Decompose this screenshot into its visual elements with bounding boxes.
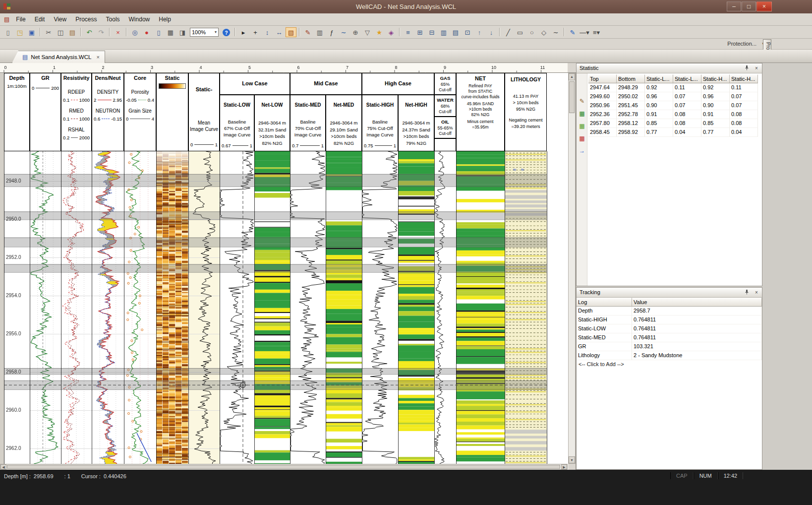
maximize-button[interactable]: □ [742,1,756,11]
scroll-right-icon[interactable]: ▶ [561,464,567,469]
group-header-high_case[interactable]: High Case [362,73,434,95]
tracking-row[interactable]: Depth2958.7 [577,307,762,316]
track-header-static-high[interactable]: Static-HIGHBasline75% Cut-OffImage Curve… [362,95,398,151]
statistic-row[interactable]: 2952.362952.780.910.080.910.08 [588,110,758,119]
column-header[interactable]: Static-H... [701,74,730,83]
print-preview-icon[interactable]: ◨ [177,27,188,37]
column-header[interactable]: Static-H... [730,74,758,83]
new-file-icon[interactable]: ▯ [2,27,13,37]
export-table-icon[interactable]: → [578,147,586,155]
draw-line-icon[interactable]: ╱ [503,27,514,37]
document-tab[interactable]: ▤ Net Sand Analysis.WCL × [12,51,105,63]
edit-annotation-icon[interactable]: ✎ [578,97,586,105]
tracking-row[interactable]: Static-MED0.764811 [577,333,762,342]
delete-table-icon[interactable]: ▦ [578,134,586,142]
minimize-button[interactable]: – [727,1,741,11]
pen-color-icon[interactable]: ✎ [567,27,578,37]
edit-log-icon[interactable]: ✎ [302,27,313,37]
protection-label[interactable]: Protection... [727,41,756,47]
draw-ellipse-icon[interactable]: ○ [526,27,537,37]
scroll-up-icon[interactable]: ▲ [569,73,575,80]
group-header-mid_case[interactable]: Mid Case [290,73,362,95]
copy-icon[interactable]: ◫ [55,27,66,37]
horizontal-scroll-thumb[interactable] [7,465,560,469]
align-left-icon[interactable]: ≡ [403,27,413,37]
track-header-net-high[interactable]: Net-HIGH2946-3064 m24.37m Sand>10cm beds… [398,95,434,151]
tracking-row[interactable]: Static-LOW0.764811 [577,324,762,333]
column-header[interactable]: Static-L... [645,74,673,83]
track-header-oil[interactable]: OIL55-65%Cut-off [434,117,456,138]
track-header-water[interactable]: WATER68%Cut-off [434,95,456,117]
menu-view[interactable]: View [49,14,71,25]
menu-file[interactable]: File [11,14,30,25]
find-icon[interactable]: ◎ [129,27,140,37]
remove-table-icon[interactable]: ⊟ [426,27,437,37]
line-style-icon[interactable]: —▾ [579,27,590,37]
track-header-static-med[interactable]: Static-MEDBasline70% Cut-OffImage Curve0… [290,95,326,151]
menu-process[interactable]: Process [71,14,101,25]
fill-style-icon[interactable]: ≡▾ [591,27,602,37]
print-icon[interactable]: ▦ [165,27,176,37]
help-icon[interactable]: ? [223,29,230,36]
document-icon[interactable]: ▯ [153,27,164,37]
close-button[interactable]: × [756,1,772,11]
draw-polygon-icon[interactable]: ◇ [538,27,549,37]
log-plot[interactable] [0,151,568,464]
statistic-row[interactable]: 2957.802958.120.850.080.850.08 [588,119,758,128]
track-header-resistivity[interactable]: ResistivityRDEEP0.11000RMED0.11000RSHAL0… [61,73,92,151]
draw-rectangle-icon[interactable]: ▭ [515,27,525,37]
column-header[interactable]: Value [632,298,762,307]
undo-icon[interactable]: ↶ [84,27,95,37]
vertical-scrollbar[interactable]: ▲ ▼ [568,73,576,464]
formula-icon[interactable]: ƒ [326,27,337,37]
favorites-icon[interactable]: ★ [374,27,385,37]
track-header-depth[interactable]: Depth1m:100m [4,73,30,151]
pointer-icon[interactable]: ▸ [238,27,249,37]
tracking-panel-header[interactable]: Tracking × [577,288,762,298]
track-header-densneut[interactable]: Dens/NeutDENSITY22.95NEUTRON0.6-0.15 [92,73,124,151]
tracking-row[interactable]: Static-HIGH0.764811 [577,316,762,324]
column-header[interactable]: Top [588,74,617,83]
add-log-row[interactable]: <-- Click to Add --> [577,360,762,369]
track-header-net-low[interactable]: Net-LOW2946-3064 m32.31m Sand>10cm beds8… [254,95,290,151]
save-file-icon[interactable]: ▣ [26,27,37,37]
statistic-row[interactable]: 2958.452958.920.770.040.770.04 [588,128,758,137]
chevron-down-icon[interactable]: ▾ [215,30,217,34]
tracking-row[interactable]: GR103.321 [577,342,762,351]
statistic-panel-header[interactable]: Statistic × [577,63,762,73]
union-icon[interactable]: ⊕ [350,27,361,37]
cut-icon[interactable]: ✂ [43,27,54,37]
paste-icon[interactable]: ▤ [67,27,78,37]
annotate-icon[interactable]: ● [141,27,152,37]
column-header[interactable]: Static-L... [673,74,701,83]
rows-icon[interactable]: ▤ [450,27,461,37]
track-header-static-image[interactable]: Static [156,73,188,151]
column-header[interactable]: Log [577,298,632,307]
track-header-gr[interactable]: GR0200 [30,73,61,151]
redo-icon[interactable]: ↷ [96,27,107,37]
refresh-table-icon[interactable]: ▦ [578,122,586,130]
menu-help[interactable]: Help [154,14,175,25]
menu-tools[interactable]: Tools [102,14,124,25]
menu-edit[interactable]: Edit [30,14,50,25]
horizontal-scrollbar[interactable]: ◀ ▶ [0,464,568,470]
track-header-lithology[interactable]: LITHOLOGY41.13 m PAY> 10cm beds95% N2GNe… [505,73,547,151]
track-header-mean[interactable]: Static-MeanImage Curve01 [188,73,220,151]
move-up-icon[interactable]: ↑ [474,27,485,37]
palette-icon[interactable]: ◈ [386,27,397,37]
track-header-core[interactable]: CorePorosity-0.050.4Grain Size04 [124,73,156,151]
tracking-row[interactable]: Lithology2 - Sandy Mudstone [577,351,762,360]
columns-icon[interactable]: ▥ [438,27,449,37]
filter-icon[interactable]: ▽ [362,27,373,37]
column-header[interactable]: Bottom [617,74,645,83]
menu-window[interactable]: Window [124,14,155,25]
scroll-down-icon[interactable]: ▼ [569,456,575,463]
move-down-icon[interactable]: ↓ [486,27,497,37]
track-header-gas[interactable]: GAS65%Cut-off [434,73,456,95]
pin-icon[interactable] [743,289,750,296]
crosshair-icon[interactable]: + [250,27,261,37]
fit-width-icon[interactable]: ↔ [274,27,285,37]
track-header-net-med[interactable]: Net-MED2946-3064 m29.10m Sand>10cm beds8… [326,95,362,151]
close-tab-icon[interactable]: × [96,54,99,60]
scroll-left-icon[interactable]: ◀ [0,464,6,469]
